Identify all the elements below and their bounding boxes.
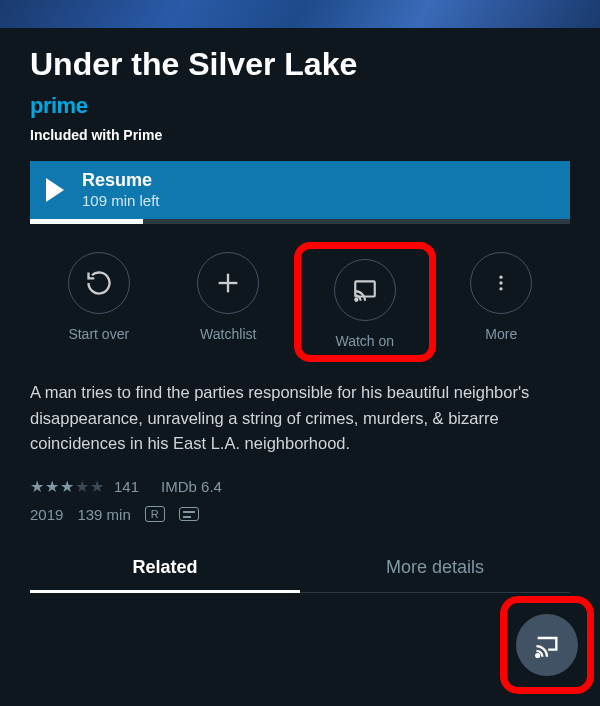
star-icon: ★ bbox=[60, 477, 74, 496]
start-over-button[interactable]: Start over bbox=[49, 252, 149, 356]
svg-point-7 bbox=[536, 654, 539, 657]
watch-on-button[interactable]: Watch on bbox=[315, 259, 415, 349]
synopsis-text: A man tries to find the parties responsi… bbox=[30, 380, 570, 457]
svg-point-3 bbox=[355, 299, 357, 301]
star-icon: ★ bbox=[75, 477, 89, 496]
start-over-label: Start over bbox=[68, 326, 129, 342]
tab-bar: Related More details bbox=[30, 557, 570, 593]
tab-more-details[interactable]: More details bbox=[300, 557, 570, 592]
runtime: 139 min bbox=[77, 506, 130, 523]
tab-active-indicator bbox=[30, 590, 300, 593]
prime-logo: prime bbox=[30, 93, 87, 119]
included-with-prime-label: Included with Prime bbox=[30, 127, 570, 143]
restart-icon bbox=[85, 269, 113, 297]
svg-point-6 bbox=[500, 287, 503, 290]
watch-on-label: Watch on bbox=[335, 333, 394, 349]
play-icon bbox=[46, 178, 64, 202]
cast-icon bbox=[533, 631, 561, 659]
progress-fill bbox=[30, 219, 143, 224]
resume-time-left: 109 min left bbox=[82, 192, 160, 210]
rating-row: ★ ★ ★ ★ ★ 141 IMDb 6.4 bbox=[30, 477, 570, 496]
mpaa-rating-badge: R bbox=[145, 506, 165, 522]
cast-icon bbox=[352, 277, 378, 303]
imdb-score: IMDb 6.4 bbox=[161, 478, 222, 495]
more-button[interactable]: More bbox=[451, 252, 551, 356]
svg-rect-2 bbox=[355, 281, 375, 296]
star-icon: ★ bbox=[90, 477, 104, 496]
subtitles-icon bbox=[179, 507, 199, 521]
star-icon: ★ bbox=[30, 477, 44, 496]
watchlist-button[interactable]: Watchlist bbox=[178, 252, 278, 356]
resume-button[interactable]: Resume 109 min left bbox=[30, 161, 570, 219]
star-icon: ★ bbox=[45, 477, 59, 496]
rating-count: 141 bbox=[114, 478, 139, 495]
more-vertical-icon bbox=[491, 270, 511, 296]
more-label: More bbox=[485, 326, 517, 342]
cast-fab-button[interactable] bbox=[516, 614, 578, 676]
watchlist-label: Watchlist bbox=[200, 326, 256, 342]
svg-point-4 bbox=[500, 276, 503, 279]
movie-title: Under the Silver Lake bbox=[30, 46, 570, 83]
svg-point-5 bbox=[500, 281, 503, 284]
hero-backdrop-strip bbox=[0, 0, 600, 28]
resume-label: Resume bbox=[82, 170, 160, 192]
annotation-highlight-watch-on: Watch on bbox=[294, 242, 436, 362]
release-year: 2019 bbox=[30, 506, 63, 523]
progress-bar bbox=[30, 219, 570, 224]
meta-row: 2019 139 min R bbox=[30, 506, 570, 523]
star-rating[interactable]: ★ ★ ★ ★ ★ bbox=[30, 477, 104, 496]
tab-related[interactable]: Related bbox=[30, 557, 300, 592]
plus-icon bbox=[214, 269, 242, 297]
